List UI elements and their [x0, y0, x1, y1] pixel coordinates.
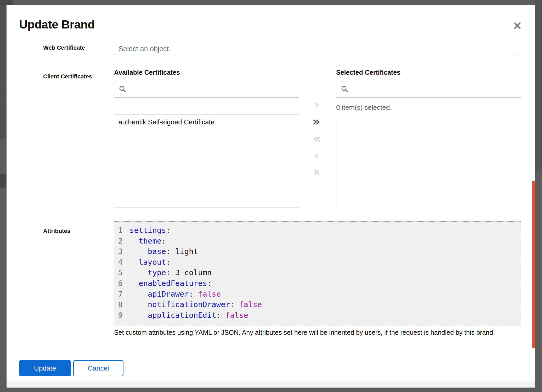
code-gutter: 123456789 — [114, 225, 126, 326]
code-line: applicationEdit: false — [129, 310, 521, 321]
line-number: 4 — [114, 257, 125, 268]
attributes-code-editor[interactable]: 123456789 settings: theme: base: light l… — [114, 221, 521, 326]
backdrop-sidebar — [0, 0, 6, 139]
cancel-button[interactable]: Cancel — [73, 360, 123, 376]
angle-double-left-icon — [313, 136, 321, 143]
selected-listbox[interactable] — [336, 115, 521, 207]
angle-left-icon — [314, 153, 320, 159]
backdrop-sidebar-item — [0, 174, 6, 188]
available-listbox[interactable]: authentik Self-signed Certificate — [114, 114, 299, 208]
angle-double-right-icon — [313, 119, 321, 125]
select-placeholder: Select an object. — [118, 45, 171, 53]
update-brand-modal: Update Brand Web Certificate Select an o… — [7, 5, 535, 388]
close-button[interactable] — [512, 20, 523, 31]
update-button[interactable]: Update — [19, 360, 71, 376]
clear-selection-button[interactable] — [312, 167, 322, 177]
move-selected-left-button[interactable] — [312, 151, 322, 161]
line-number: 8 — [114, 299, 125, 310]
line-number: 9 — [114, 310, 125, 321]
attributes-help-text: Set custom attributes using YAML or JSON… — [114, 329, 514, 336]
line-number: 7 — [114, 289, 125, 299]
backdrop-right — [535, 0, 542, 171]
line-number: 6 — [114, 278, 125, 289]
web-certificate-select[interactable]: Select an object. — [114, 43, 521, 55]
selected-status: 0 item(s) selected. — [336, 103, 392, 112]
screen: Update Brand Web Certificate Select an o… — [0, 0, 542, 392]
available-search-input[interactable] — [130, 81, 294, 97]
scrollbar-thumb[interactable] — [532, 181, 535, 348]
page-title: Update Brand — [19, 18, 95, 31]
available-search-box — [114, 81, 299, 97]
code-line: enabledFeatures: — [129, 278, 521, 289]
code-line: base: light — [129, 246, 521, 257]
code-line: type: 3-column — [129, 267, 521, 278]
field-label-client-certificates: Client Certificates — [43, 73, 92, 80]
search-icon — [341, 85, 348, 93]
code-line: apiDrawer: false — [129, 289, 521, 299]
code-line: theme: — [129, 236, 521, 246]
modal-footer-strip — [7, 381, 535, 388]
angle-right-icon — [314, 102, 320, 108]
selected-search-box — [336, 81, 521, 97]
backdrop-header — [0, 0, 13, 5]
line-number: 5 — [114, 267, 125, 278]
code-line: settings: — [129, 225, 521, 236]
move-selected-right-button[interactable] — [312, 100, 322, 110]
line-number: 3 — [114, 246, 125, 257]
code-line: notificationDrawer: false — [129, 299, 521, 310]
selected-search-input[interactable] — [352, 81, 516, 97]
code-line: layout: — [129, 257, 521, 268]
move-all-left-button[interactable] — [312, 134, 322, 145]
times-icon — [313, 169, 320, 176]
field-label-web-certificate: Web Certificate — [43, 44, 85, 51]
list-item-certificate[interactable]: authentik Self-signed Certificate — [114, 115, 299, 130]
field-label-attributes: Attributes — [43, 228, 70, 234]
code-content: settings: theme: base: light layout: typ… — [126, 225, 521, 326]
selected-certificates-heading: Selected Certificates — [336, 69, 400, 76]
close-icon — [513, 21, 522, 30]
available-certificates-heading: Available Certificates — [114, 69, 180, 76]
search-icon — [119, 85, 126, 93]
line-number: 2 — [114, 236, 125, 246]
line-number: 1 — [114, 225, 125, 236]
move-all-right-button[interactable] — [312, 117, 322, 127]
